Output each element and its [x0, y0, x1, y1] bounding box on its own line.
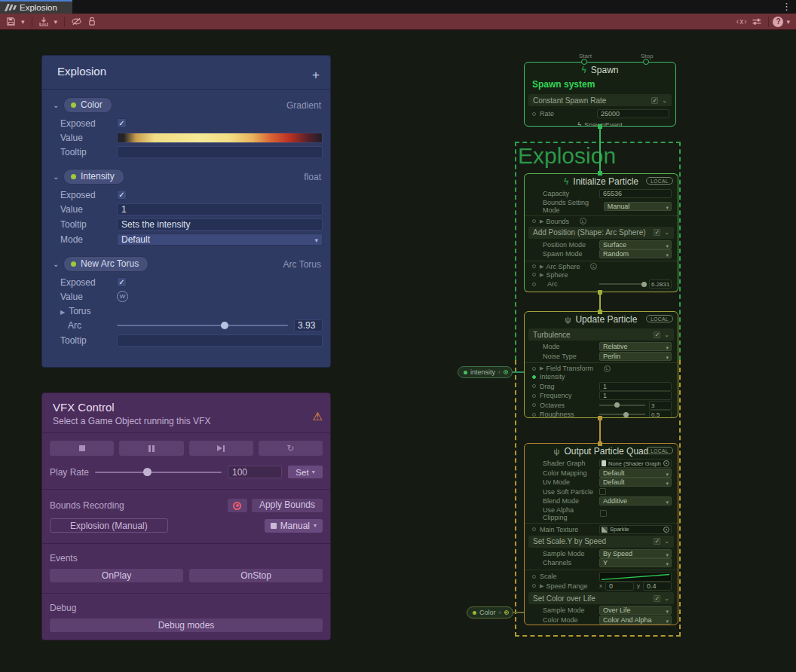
- arc-slider[interactable]: 3.93: [117, 319, 323, 331]
- flow-port[interactable]: [598, 441, 602, 446]
- fold-icon[interactable]: ⌄: [664, 331, 669, 338]
- octaves-slider[interactable]: [599, 405, 645, 406]
- block-add-position[interactable]: Add Position (Shape: Arc Sphere) ✓ ⌄: [528, 227, 674, 239]
- param-node-color[interactable]: Color ‹: [467, 606, 513, 619]
- slider-handle[interactable]: [614, 402, 620, 408]
- fold-closed-icon[interactable]: ▶: [540, 218, 543, 225]
- intensity-port-connected[interactable]: [532, 375, 536, 379]
- gradient-value-field[interactable]: [117, 133, 323, 143]
- block-enabled-checkbox[interactable]: ✓: [654, 538, 660, 545]
- color-mode-dropdown[interactable]: Color And Alpha▾: [599, 615, 672, 625]
- bounds-mode-dropdown[interactable]: Manual▾: [265, 519, 323, 533]
- shader-graph-object-field[interactable]: None (Shader Graph Vfx Asset): [599, 459, 672, 468]
- block-enabled-checkbox[interactable]: ✓: [651, 97, 658, 104]
- graph-canvas[interactable]: Explosion + ⌄ Color Gradient Exposed ✓: [0, 30, 796, 672]
- node-header[interactable]: ψ Output Particle Quad LOCAL: [525, 444, 678, 459]
- record-bounds-button[interactable]: [228, 499, 247, 512]
- input-port[interactable]: [532, 403, 536, 407]
- edge-spawn-to-init[interactable]: [599, 127, 601, 174]
- add-parameter-button[interactable]: +: [312, 68, 320, 83]
- flow-port[interactable]: [598, 416, 602, 420]
- output-port[interactable]: [504, 370, 508, 374]
- start-port[interactable]: [581, 59, 587, 65]
- noise-type-dropdown[interactable]: Perlin▾: [599, 352, 672, 361]
- slider-handle[interactable]: [143, 468, 152, 476]
- local-space-icon[interactable]: L: [590, 263, 597, 270]
- drag-input[interactable]: 1: [599, 382, 672, 391]
- param-pill-color[interactable]: Color: [63, 97, 112, 113]
- save-dropdown-caret[interactable]: ▾: [18, 18, 28, 26]
- uv-mode-dropdown[interactable]: Default▾: [599, 478, 672, 487]
- help-button[interactable]: ?: [773, 17, 783, 27]
- block-enabled-checkbox[interactable]: ✓: [654, 595, 660, 602]
- block-enabled-checkbox[interactable]: ✓: [654, 331, 660, 338]
- slider-handle[interactable]: [623, 412, 629, 417]
- fold-icon[interactable]: ⌄: [664, 229, 669, 236]
- node-output-particle-quad[interactable]: ψ Output Particle Quad LOCAL Shader Grap…: [524, 443, 678, 625]
- onplay-button[interactable]: OnPlay: [50, 569, 183, 582]
- arc-value-input[interactable]: 3.93: [294, 319, 323, 331]
- param-pill-arctorus[interactable]: New Arc Torus: [63, 256, 148, 272]
- bounds-target-button[interactable]: Explosion (Manual): [50, 518, 168, 533]
- input-port[interactable]: [532, 273, 536, 276]
- exposed-checkbox[interactable]: ✓: [117, 118, 127, 128]
- value-input[interactable]: 1: [117, 203, 323, 215]
- node-header[interactable]: ψ Update Particle LOCAL: [525, 312, 678, 327]
- step-button[interactable]: [189, 441, 253, 456]
- param-node-intensity[interactable]: intensity ‹: [458, 366, 513, 378]
- world-space-toggle[interactable]: W: [117, 291, 128, 302]
- tab-explosion[interactable]: Explosion: [0, 0, 72, 14]
- node-spawn[interactable]: ϟ Spawn Spawn system Constant Spawn Rate…: [524, 62, 676, 127]
- param-pill-intensity[interactable]: Intensity: [63, 169, 124, 185]
- fold-icon[interactable]: ⌄: [53, 101, 63, 109]
- fold-closed-icon[interactable]: ▶: [540, 272, 543, 278]
- use-alpha-clipping-checkbox[interactable]: [600, 510, 607, 517]
- block-constant-spawn-rate[interactable]: Constant Spawn Rate ✓ ⌄: [528, 94, 672, 106]
- mode-dropdown[interactable]: Relative▾: [599, 342, 672, 351]
- input-port[interactable]: [532, 283, 536, 286]
- fold-icon[interactable]: ⌄: [664, 538, 669, 545]
- tooltip-input[interactable]: [117, 146, 323, 158]
- flow-port[interactable]: [598, 171, 602, 176]
- input-port[interactable]: [532, 112, 536, 116]
- main-texture-object-field[interactable]: Sparkle: [599, 525, 672, 534]
- input-port[interactable]: [532, 394, 536, 398]
- onstop-button[interactable]: OnStop: [189, 569, 323, 582]
- stop-button[interactable]: [50, 441, 114, 456]
- scale-curve-field[interactable]: [599, 572, 672, 582]
- speed-range-x-input[interactable]: 0: [605, 582, 634, 591]
- local-space-icon[interactable]: L: [580, 218, 586, 225]
- torus-foldout[interactable]: ▶Torus: [42, 306, 117, 316]
- spawn-mode-dropdown[interactable]: Random▾: [599, 249, 672, 258]
- stop-port[interactable]: [643, 59, 649, 65]
- input-port[interactable]: [532, 527, 536, 531]
- roughness-slider[interactable]: [599, 414, 645, 415]
- node-update-particle[interactable]: ψ Update Particle LOCAL Turbulence ✓ ⌄ M…: [524, 311, 678, 418]
- fold-closed-icon[interactable]: ▶: [540, 264, 543, 270]
- play-rate-slider[interactable]: [95, 472, 222, 473]
- control-panel-button[interactable]: [749, 15, 764, 29]
- set-button[interactable]: Set▾: [288, 466, 323, 478]
- node-initialize-particle[interactable]: ϟ Initialize Particle LOCAL Capacity 655…: [524, 173, 678, 292]
- octaves-input[interactable]: 3: [649, 401, 672, 410]
- node-header[interactable]: ϟ Initialize Particle LOCAL: [525, 174, 678, 189]
- pause-button[interactable]: [119, 441, 183, 456]
- blend-mode-dropdown[interactable]: Additive▾: [599, 496, 672, 506]
- apply-bounds-button[interactable]: Apply Bounds: [252, 499, 323, 512]
- arc-slider[interactable]: [599, 283, 645, 285]
- fold-icon[interactable]: ⌄: [664, 595, 669, 602]
- input-port[interactable]: [532, 264, 536, 268]
- block-set-color-over-life[interactable]: Set Color over Life ✓ ⌄: [528, 592, 674, 604]
- flow-port[interactable]: [598, 310, 602, 314]
- tooltip-input[interactable]: [117, 334, 323, 347]
- exposed-checkbox[interactable]: ✓: [117, 277, 127, 287]
- play-rate-input[interactable]: 100: [228, 466, 282, 478]
- position-mode-dropdown[interactable]: Surface▾: [599, 240, 672, 249]
- node-header[interactable]: ϟ Spawn: [525, 63, 675, 78]
- roughness-input[interactable]: 0.5: [649, 410, 672, 418]
- input-port[interactable]: [532, 219, 536, 223]
- flow-port[interactable]: [598, 124, 602, 129]
- input-port[interactable]: [532, 575, 536, 579]
- output-port[interactable]: [504, 610, 509, 615]
- mode-dropdown[interactable]: Default ▾: [117, 234, 323, 246]
